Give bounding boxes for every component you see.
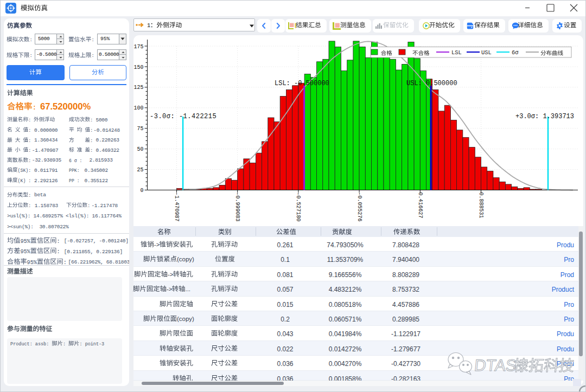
svg-text:150: 150 — [133, 65, 143, 70]
svg-text::: : — [28, 128, 31, 133]
svg-text::: : — [87, 203, 90, 208]
svg-text:(copy): (copy) — [177, 256, 194, 262]
svg-text:75: 75 — [137, 126, 143, 132]
svg-text::: : — [28, 203, 31, 208]
svg-text::: : — [28, 148, 31, 153]
svg-text:(K) :: (K) : — [18, 178, 31, 183]
svg-text:175: 175 — [133, 44, 143, 50]
svg-text::: : — [90, 128, 93, 133]
svg-text::: : — [28, 138, 31, 143]
svg-text::: : — [28, 158, 31, 163]
svg-text::: : — [32, 104, 36, 112]
svg-text:50: 50 — [137, 146, 143, 152]
svg-text:: point-3: : point-3 — [79, 342, 104, 347]
svg-text:+3.0σ: 1.393713: +3.0σ: 1.393713 — [515, 113, 574, 120]
svg-text:->: -> — [168, 271, 174, 278]
svg-text:95%: 95% — [20, 238, 30, 244]
svg-text:25: 25 — [137, 167, 143, 173]
svg-text:100: 100 — [133, 105, 143, 111]
svg-text:0.416627: 0.416627 — [417, 192, 423, 219]
svg-text:95%: 95% — [27, 259, 37, 265]
svg-text::: : — [28, 192, 31, 197]
svg-text::: : — [29, 53, 32, 59]
svg-text:-3.0σ: -1.422215: -3.0σ: -1.422215 — [150, 113, 216, 120]
svg-text::: : — [90, 148, 93, 153]
svg-text:6 σ :: 6 σ : — [69, 158, 82, 163]
svg-text:DTAS: DTAS — [474, 356, 518, 374]
svg-text:-0.527180: -0.527180 — [295, 192, 301, 222]
svg-text:(copy): (copy) — [177, 316, 194, 322]
svg-text::: : — [56, 249, 60, 255]
svg-text:0.888531: 0.888531 — [478, 192, 484, 219]
svg-text:(SK):: (SK): — [18, 168, 31, 173]
svg-text::: : — [28, 118, 31, 123]
svg-text:-0.999083: -0.999083 — [234, 192, 240, 222]
svg-text::: : — [91, 53, 94, 59]
svg-text:...: ... — [185, 286, 190, 292]
svg-text:->: -> — [154, 241, 160, 248]
svg-text::: : — [63, 259, 67, 265]
svg-text:0: 0 — [140, 188, 143, 194]
svg-text:-1.470987: -1.470987 — [174, 192, 180, 222]
svg-text::: : — [63, 342, 66, 347]
svg-text:95%: 95% — [20, 249, 30, 255]
svg-text:LSL: LSL — [451, 49, 462, 56]
svg-text:PP :: PP : — [69, 178, 80, 183]
svg-text::: : — [90, 138, 93, 143]
svg-text:PPK:: PPK: — [69, 168, 80, 173]
svg-text::: : — [29, 37, 32, 43]
svg-text:1: 1 — [147, 22, 150, 29]
svg-text:USL: USL — [481, 49, 492, 56]
svg-text::: : — [56, 238, 60, 244]
svg-text::: : — [91, 37, 94, 43]
svg-text::: : — [90, 118, 93, 123]
svg-text:-0.055276: -0.055276 — [356, 192, 362, 222]
svg-text:USL: 0.500000: USL: 0.500000 — [406, 80, 457, 87]
svg-text:6σ: 6σ — [512, 49, 519, 56]
svg-text:LSL: -0.500000: LSL: -0.500000 — [275, 80, 329, 87]
svg-text:125: 125 — [133, 85, 143, 91]
svg-text:->: -> — [167, 286, 173, 292]
svg-text:Product: assb:: Product: assb: — [10, 342, 49, 347]
